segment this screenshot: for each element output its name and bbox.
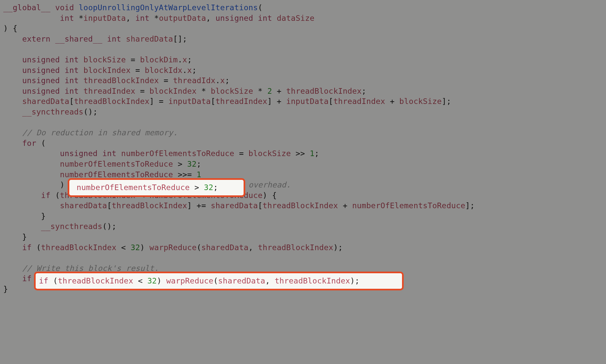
code-block: __global__ void loopUnrollingOnlyAtWarpL…: [0, 0, 606, 295]
